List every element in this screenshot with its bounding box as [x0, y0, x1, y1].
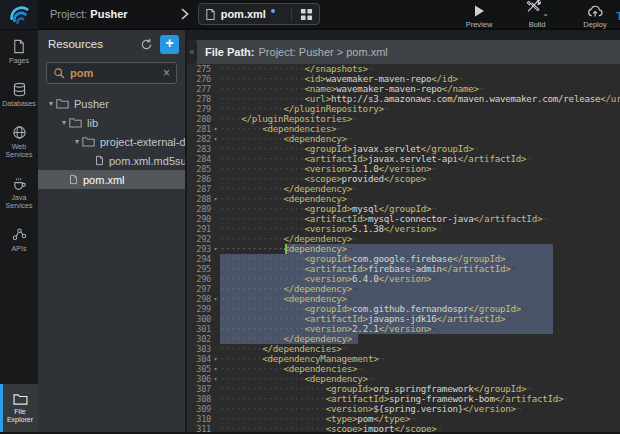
- code-editor-pane: « File Path: Project: Pusher > pom.xml 2…: [187, 30, 620, 432]
- fold-gutter: [211, 114, 220, 124]
- fold-toggle-icon[interactable]: ▾: [211, 244, 220, 254]
- sidebar-item-label: JavaServices: [6, 194, 33, 210]
- xml-tag: </scope>: [394, 423, 436, 432]
- line-number: 293: [187, 244, 211, 254]
- line-number: 305: [187, 364, 211, 374]
- folder-icon: [82, 136, 95, 147]
- build-tools-icon: ⌄: [525, 2, 549, 18]
- chevron-down-icon[interactable]: ▾: [59, 118, 69, 127]
- file-path-value: Project: Pusher > pom.xml: [259, 46, 388, 58]
- databases-icon: [12, 82, 27, 97]
- tree-item-label: project-external-dependencies: [100, 136, 185, 148]
- action-deploy-button[interactable]: Deploy: [574, 2, 616, 29]
- collapse-panel-button[interactable]: «: [187, 40, 197, 64]
- tree-item-pom-xml[interactable]: pom.xml: [38, 170, 185, 189]
- xml-tag: </version>: [378, 273, 431, 284]
- resources-panel: Resources + × ▾Pusher▾lib▾project-extern…: [38, 30, 187, 432]
- line-number: 300: [187, 314, 211, 324]
- xml-tag: <scope>: [326, 423, 363, 432]
- tree-item-pom-xml-md5sum[interactable]: pom.xml.md5sum: [38, 151, 185, 170]
- add-resource-button[interactable]: +: [160, 35, 179, 54]
- java-services-icon: [12, 176, 27, 191]
- deploy-cloud-icon: [587, 2, 603, 18]
- chevron-down-icon[interactable]: ⌄: [542, 10, 549, 18]
- close-icon[interactable]: ×: [163, 68, 170, 78]
- build-tools-icon: [525, 0, 541, 18]
- tab-file-name: pom.xml: [221, 8, 266, 20]
- fold-toggle-icon[interactable]: ▾: [211, 134, 220, 144]
- eol-mark: ¬: [384, 103, 389, 114]
- line-number: 278: [187, 94, 211, 104]
- sidebar-item-file-explorer[interactable]: FileExplorer: [0, 384, 38, 432]
- code-line-311[interactable]: 311····················<scope>import</sc…: [187, 424, 620, 432]
- xml-tag: </artifactId>: [458, 153, 527, 164]
- fold-toggle-icon[interactable]: ▾: [211, 354, 220, 364]
- fold-gutter: [211, 404, 220, 414]
- file-path-label: File Path:: [205, 46, 255, 58]
- sidebar-item-web-services[interactable]: WebServices: [0, 116, 38, 167]
- line-number: 281: [187, 124, 211, 134]
- sidebar-item-apis[interactable]: APIs: [0, 218, 38, 261]
- fold-gutter: [211, 94, 220, 104]
- project-label: Project:: [50, 8, 87, 20]
- code-area[interactable]: 275················</snapshots>¬276·····…: [187, 64, 620, 432]
- eol-mark: ¬: [521, 303, 526, 314]
- eol-mark: ¬: [352, 333, 357, 344]
- clipped-right-label[interactable]: T: [616, 10, 620, 22]
- tree-item-pusher[interactable]: ▾Pusher: [38, 94, 185, 113]
- line-number: 294: [187, 254, 211, 264]
- tree-item-lib[interactable]: ▾lib: [38, 113, 185, 132]
- xml-tag: </version>: [463, 403, 516, 414]
- fold-toggle-icon[interactable]: ▾: [211, 294, 220, 304]
- xml-tag: </url>: [600, 93, 620, 104]
- sidebar-item-java-services[interactable]: JavaServices: [0, 167, 38, 218]
- fold-toggle-icon[interactable]: ▾: [211, 374, 220, 384]
- layout-grid-button[interactable]: [291, 8, 313, 21]
- eol-mark: ¬: [505, 313, 510, 324]
- line-number: 311: [187, 424, 211, 432]
- main-row: PagesDatabasesWebServicesJavaServicesAPI…: [0, 30, 620, 432]
- sidebar-item-databases[interactable]: Databases: [0, 73, 38, 116]
- fold-toggle-icon[interactable]: ▾: [211, 194, 220, 204]
- tab-pom-xml[interactable]: pom.xml: [205, 8, 285, 21]
- action-build-button[interactable]: ⌄Build: [516, 2, 558, 29]
- xml-tag: </scope>: [384, 173, 426, 184]
- line-number: 292: [187, 234, 211, 244]
- fold-gutter: [211, 144, 220, 154]
- fold-toggle-icon[interactable]: ▾: [211, 124, 220, 134]
- project-breadcrumb[interactable]: Project: Pusher: [50, 8, 128, 20]
- app-logo[interactable]: [0, 0, 38, 29]
- resource-search-box: ×: [46, 62, 177, 84]
- left-sidebar: PagesDatabasesWebServicesJavaServicesAPI…: [0, 30, 38, 432]
- fold-toggle-icon[interactable]: ▾: [211, 364, 220, 374]
- folder-icon: [69, 117, 82, 128]
- fold-gutter: [211, 254, 220, 264]
- preview-play-icon: [472, 2, 486, 18]
- file-icon: [95, 155, 104, 166]
- line-number: 310: [187, 414, 211, 424]
- editor-top-strip: [187, 30, 620, 40]
- fold-gutter: [211, 214, 220, 224]
- xml-text: import: [363, 423, 395, 432]
- tree-item-project-external-dependencies[interactable]: ▾project-external-dependencies: [38, 132, 185, 151]
- line-number: 296: [187, 274, 211, 284]
- line-number: 288: [187, 194, 211, 204]
- sidebar-item-pages[interactable]: Pages: [0, 30, 38, 73]
- fold-gutter: [211, 174, 220, 184]
- resources-title: Resources: [48, 38, 140, 50]
- action-preview-button[interactable]: Preview: [458, 2, 500, 29]
- modified-indicator: [271, 9, 275, 13]
- fold-gutter: [211, 104, 220, 114]
- xml-tag: </version>: [384, 223, 437, 234]
- xml-tag: </artifactId>: [437, 313, 506, 324]
- line-number: 285: [187, 164, 211, 174]
- fold-gutter: [211, 184, 220, 194]
- chevron-down-icon[interactable]: ▾: [72, 137, 82, 146]
- line-number: 291: [187, 224, 211, 234]
- chevron-right-icon: [180, 8, 190, 20]
- fold-gutter: [211, 224, 220, 234]
- eol-mark: ¬: [352, 183, 357, 194]
- search-input[interactable]: [70, 67, 158, 79]
- chevron-down-icon[interactable]: ▾: [46, 99, 56, 108]
- refresh-icon[interactable]: [140, 38, 153, 51]
